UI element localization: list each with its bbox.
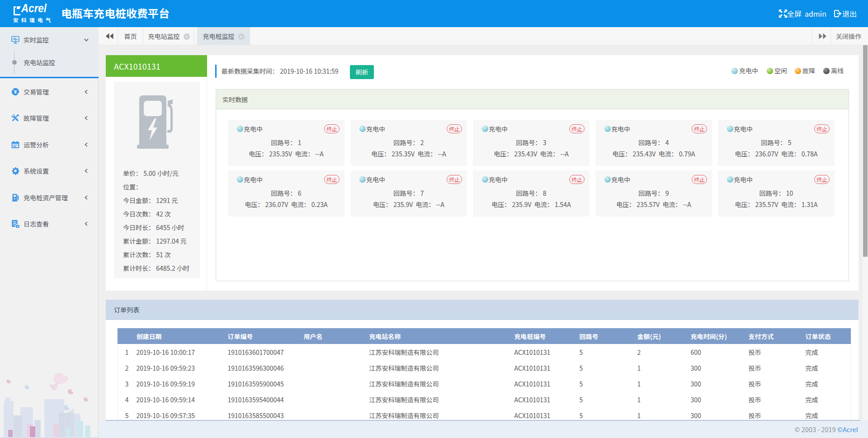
svg-text:¥: ¥ — [14, 88, 17, 95]
